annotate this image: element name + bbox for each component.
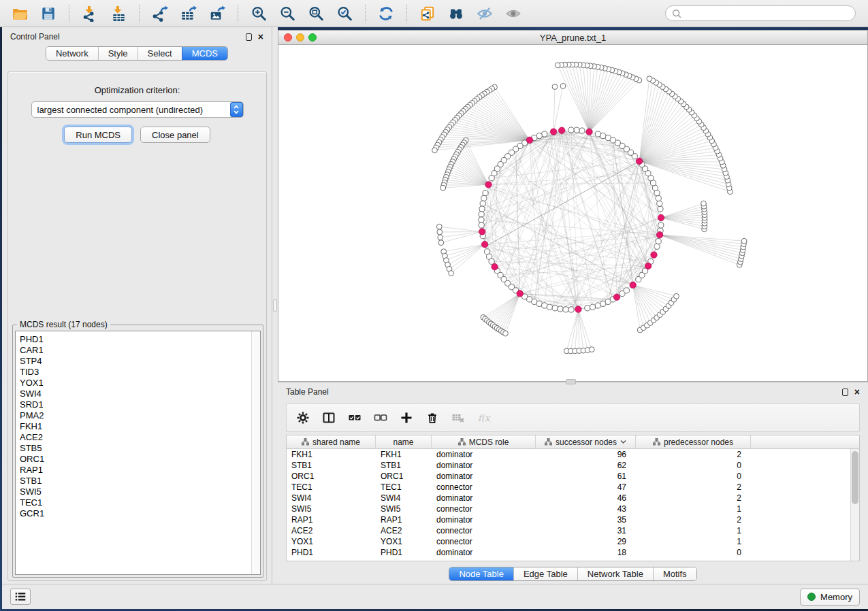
close-table-panel-icon[interactable]: × (854, 387, 860, 397)
mcds-result-item[interactable]: TID3 (20, 367, 251, 378)
show-panels-button[interactable] (10, 589, 31, 605)
run-mcds-button[interactable]: Run MCDS (64, 127, 132, 143)
vertical-splitter[interactable] (272, 27, 278, 584)
close-panel-icon[interactable]: × (258, 32, 263, 42)
zoom-in-button[interactable] (246, 3, 272, 24)
search-box[interactable] (665, 5, 856, 21)
add-column-button[interactable] (397, 408, 416, 427)
mcds-result-list: PHD1CAR1STP4TID3YOX1SWI4SRD1PMA2FKH1ACE2… (15, 331, 261, 575)
status-bar: Memory (2, 584, 868, 609)
table-row[interactable]: ORC1ORC1dominator610 (287, 471, 859, 482)
tab-node-table[interactable]: Node Table (449, 567, 513, 580)
column-header-MCDS-role[interactable]: MCDS role (432, 435, 536, 448)
zoom-fit-icon (308, 5, 324, 22)
tab-motifs[interactable]: Motifs (653, 567, 696, 580)
mcds-result-item[interactable]: SRD1 (20, 399, 251, 410)
mcds-result-item[interactable]: YOX1 (20, 378, 251, 389)
zoom-selected-button[interactable] (332, 3, 357, 24)
mcds-result-item[interactable]: SWI5 (20, 486, 251, 497)
tab-select[interactable]: Select (138, 47, 182, 60)
mcds-result-item[interactable]: CAR1 (20, 345, 251, 356)
column-header-successor-nodes[interactable]: successor nodes (536, 435, 636, 448)
cell-MCDS-role: connector (432, 536, 536, 547)
mcds-result-item[interactable]: SWI4 (20, 389, 251, 399)
horizontal-splitter-handle[interactable] (566, 379, 576, 384)
mcds-result-item[interactable]: PMA2 (20, 410, 251, 421)
table-row[interactable]: RAP1RAP1dominator352 (287, 514, 859, 525)
toggle-columns-button[interactable] (319, 408, 338, 427)
tab-network-table[interactable]: Network Table (577, 567, 653, 580)
mcds-result-item[interactable]: FKH1 (20, 421, 251, 432)
table-row[interactable]: FKH1FKH1dominator962 (287, 449, 859, 460)
table-row[interactable]: YOX1YOX1connector291 (287, 536, 859, 547)
cell-MCDS-role: dominator (432, 471, 536, 482)
table-row[interactable]: PHD1PHD1dominator180 (287, 547, 859, 558)
mcds-result-item[interactable]: RAP1 (20, 465, 251, 476)
column-header-name[interactable]: name (376, 435, 432, 448)
table-panel: Table Panel × f(x) shared namenameMCDS r… (278, 382, 868, 584)
mcds-result-item[interactable]: ACE2 (20, 432, 251, 443)
column-type-icon (545, 438, 552, 446)
cell-predecessor-nodes: 2 (636, 493, 751, 503)
mcds-result-item[interactable]: STP4 (20, 356, 251, 367)
delete-column-button[interactable] (423, 408, 442, 427)
mcds-result-item[interactable]: TEC1 (20, 497, 251, 508)
mcds-result-item[interactable]: STB1 (20, 476, 251, 486)
cell-shared-name: YOX1 (287, 536, 376, 547)
select-all-checkboxes-button[interactable] (345, 408, 364, 427)
control-panel: Control Panel × NetworkStyleSelectMCDS O… (2, 27, 272, 584)
table-scrollbar-thumb[interactable] (852, 451, 858, 504)
float-table-panel-icon[interactable] (842, 389, 848, 396)
import-network-icon (82, 5, 98, 22)
cell-successor-nodes: 29 (536, 536, 636, 547)
optimization-criterion-select[interactable]: largest connected component (undirected) (31, 101, 244, 118)
tab-style[interactable]: Style (98, 47, 138, 60)
import-table-button[interactable] (106, 3, 131, 24)
settings-gear-button[interactable] (293, 408, 312, 427)
zoom-out-button[interactable] (274, 3, 300, 24)
column-header-shared-name[interactable]: shared name (287, 435, 376, 448)
cell-predecessor-nodes: 1 (636, 503, 751, 514)
table-row[interactable]: ACE2ACE2connector311 (287, 525, 859, 536)
deselect-all-checkboxes-button[interactable] (371, 408, 390, 427)
table-row[interactable]: SWI4SWI4dominator462 (287, 493, 859, 503)
cell-MCDS-role: dominator (432, 547, 536, 558)
column-header-predecessor-nodes[interactable]: predecessor nodes (636, 435, 751, 448)
float-panel-icon[interactable] (246, 33, 252, 41)
export-network-button[interactable] (147, 3, 173, 24)
refresh-button[interactable] (373, 3, 399, 24)
column-label: MCDS role (469, 437, 509, 447)
clone-network-button[interactable] (415, 3, 440, 24)
save-button[interactable] (35, 3, 61, 24)
open-folder-button[interactable] (7, 3, 33, 24)
vertical-splitter-handle[interactable] (273, 299, 277, 312)
mcds-result-item[interactable]: STB5 (20, 443, 251, 454)
tab-mcds[interactable]: MCDS (182, 47, 227, 60)
search-input[interactable] (685, 9, 850, 18)
toolbar-separator (406, 5, 407, 22)
mcds-result-item[interactable]: GCR1 (20, 508, 251, 519)
hide-eye-slash-button[interactable] (472, 3, 498, 24)
network-canvas[interactable] (278, 45, 867, 381)
mcds-result-item[interactable]: PHD1 (20, 334, 251, 345)
table-row[interactable]: STB1STB1dominator620 (287, 460, 859, 471)
memory-button[interactable]: Memory (800, 589, 860, 606)
mcds-result-item[interactable]: ORC1 (20, 454, 251, 465)
control-panel-title: Control Panel (10, 32, 60, 42)
combo-stepper-icon (230, 102, 243, 117)
cell-shared-name: FKH1 (287, 449, 376, 460)
table-row[interactable]: TEC1TEC1connector472 (287, 482, 859, 493)
import-network-button[interactable] (77, 3, 103, 24)
table-row[interactable]: SWI5SWI5connector431 (287, 503, 859, 514)
zoom-fit-button[interactable] (303, 3, 329, 24)
tab-edge-table[interactable]: Edge Table (513, 567, 577, 580)
export-table-button[interactable] (176, 3, 202, 24)
find-binoculars-button[interactable] (443, 3, 469, 24)
open-folder-icon (12, 5, 28, 22)
tab-network[interactable]: Network (46, 47, 98, 60)
table-scrollbar[interactable] (850, 449, 859, 561)
close-panel-button[interactable]: Close panel (140, 127, 210, 143)
find-binoculars-icon (448, 5, 464, 22)
export-image-button[interactable] (204, 3, 230, 24)
mcds-list-scrollbar[interactable] (251, 331, 260, 574)
